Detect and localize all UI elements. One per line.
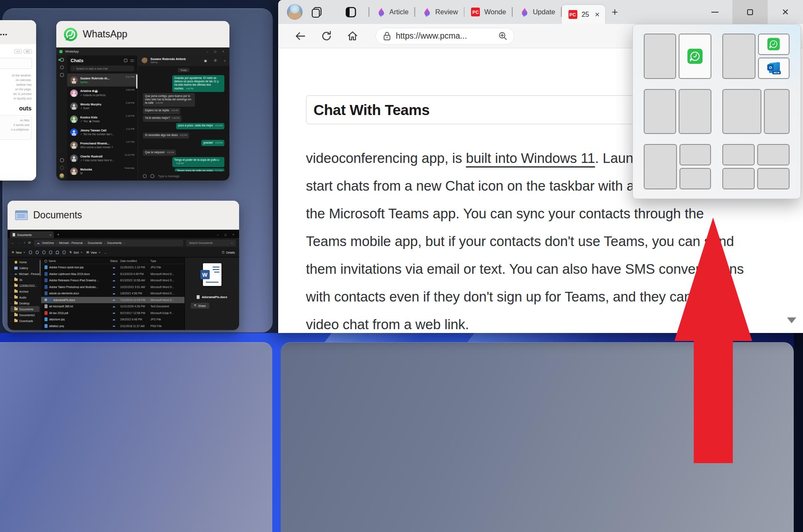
close-tab-icon[interactable]: × <box>50 233 51 236</box>
sidebar-item-documents2[interactable]: ›Documents2 <box>11 312 41 318</box>
snap-layout-option-6[interactable] <box>722 144 790 189</box>
breadcrumb-segment[interactable]: Documents <box>107 241 121 244</box>
snap-zone-cell[interactable] <box>722 144 755 165</box>
snap-layout-option-1[interactable] <box>644 34 711 79</box>
chats-icon[interactable] <box>60 58 64 62</box>
scroll-down-indicator[interactable] <box>787 317 796 323</box>
home-icon[interactable] <box>346 30 359 42</box>
new-button[interactable]: ⊕ New ▼ <box>12 251 25 254</box>
taskview-partial-window-card[interactable]: eed t... <>SC ck the weather,ok calendar… <box>0 20 36 181</box>
delete-icon[interactable] <box>63 251 66 254</box>
tab-review[interactable]: Review <box>415 0 464 24</box>
table-row[interactable]: Adobe Lightroom May 2019.docx☁5/13/2019 … <box>41 271 184 278</box>
snap-zone-cell[interactable] <box>758 34 790 55</box>
explorer-tab[interactable]: Documents × <box>10 231 54 238</box>
minimize-button[interactable] <box>697 0 732 24</box>
table-row[interactable]: alipicture.jpg☁2/6/2022 6:48 PMJPG File4… <box>41 316 184 323</box>
snap-zone-cell[interactable] <box>757 144 790 165</box>
filter-icon[interactable] <box>130 60 134 62</box>
voice-call-icon[interactable]: ✆ <box>214 59 217 63</box>
close-tab-icon[interactable]: ✕ <box>595 11 600 18</box>
table-row[interactable]: alitalia1.png☁2/11/2018 11:37 AMPNG File… <box>41 323 184 330</box>
snap-layout-option-4[interactable] <box>722 89 790 134</box>
message-composer[interactable]: Type a message <box>138 171 229 181</box>
sidebar-item-documents[interactable]: ›Documents <box>11 306 39 312</box>
tab-25[interactable]: PC25✕ <box>562 5 605 24</box>
calls-icon[interactable] <box>60 66 64 69</box>
sidebar-item-home[interactable]: Home <box>11 259 41 265</box>
settings-gear-icon[interactable] <box>60 166 64 170</box>
tab-actions-icon[interactable] <box>344 5 358 19</box>
snap-zone-cell[interactable] <box>722 34 756 79</box>
profile-avatar[interactable] <box>59 173 64 178</box>
list-item[interactable]: Jimmy Taiwan Call✓ Tell me the number la… <box>67 126 137 139</box>
breadcrumb[interactable]: ☁OneDrive›Michael - Personal›Documents›D… <box>34 240 183 246</box>
taskview-whatsapp-card[interactable]: WhatsApp WhatsApp – ◻ × <box>56 21 229 181</box>
snap-zone-cell[interactable] <box>644 34 676 79</box>
taskview-documents-card[interactable]: Documents Documents × + – ◻ × ← → ↑ ⟳ ☁O… <box>8 201 239 330</box>
sidebar-item-archive[interactable]: ›Archive <box>11 288 41 294</box>
tab-wonde[interactable]: PCWonde <box>464 0 512 24</box>
sidebar-item-3s[interactable]: ›3s <box>11 277 41 283</box>
chat-search-input[interactable]: ⌕ Search or start a new chat <box>71 66 134 71</box>
snap-zone-cell[interactable] <box>679 89 711 134</box>
table-row[interactable]: Adobe Fresco quick tour.jpg☁11/25/2021 1… <box>41 264 184 271</box>
checkbox-icon[interactable] <box>45 260 47 262</box>
whatsapp-window-thumbnail[interactable]: WhatsApp – ◻ × Chats <box>56 47 229 181</box>
snap-zone-cell[interactable] <box>644 144 677 189</box>
tab-article[interactable]: Article <box>369 0 415 24</box>
up-icon[interactable]: ↑ <box>24 241 25 245</box>
zoom-icon[interactable] <box>498 31 508 41</box>
back-icon[interactable]: ← <box>11 241 14 245</box>
new-chat-icon[interactable] <box>124 59 127 62</box>
back-icon[interactable] <box>294 30 307 42</box>
paste-icon[interactable] <box>42 251 45 254</box>
snap-zone-cell[interactable] <box>722 89 762 134</box>
list-item[interactable]: Charlie Rudesill✓ I may come back here i… <box>67 152 137 165</box>
refresh-icon[interactable] <box>320 30 333 42</box>
list-item[interactable]: Wendy Murphy✓ Sure!2:08 PM <box>67 100 137 113</box>
snap-layout-option-3[interactable] <box>644 89 711 134</box>
snap-zone-cell[interactable] <box>757 168 790 189</box>
more-button[interactable]: ... <box>104 251 107 254</box>
breadcrumb-segment[interactable]: Michael - Personal <box>59 241 82 244</box>
column-header-name[interactable]: Name <box>41 259 108 262</box>
sidebar-item-michael-person-[interactable]: ⌄☁Michael - Person... <box>11 271 41 277</box>
snap-zone-cell[interactable] <box>679 34 711 79</box>
file-explorer-thumbnail[interactable]: Documents × + – ◻ × ← → ↑ ⟳ ☁OneDrive›Mi… <box>8 230 239 330</box>
explorer-window-controls[interactable]: – ◻ × <box>217 233 237 236</box>
snap-zone-cell[interactable]: ONEW <box>758 58 790 79</box>
article-link[interactable]: built into Windows 11 <box>466 150 595 166</box>
snap-zone-cell[interactable] <box>722 168 755 189</box>
rename-icon[interactable] <box>49 251 52 254</box>
emoji-icon[interactable] <box>143 174 147 178</box>
column-header-status[interactable]: Status <box>108 259 120 262</box>
sidebar-item-downloads[interactable]: ›Downloads <box>11 318 41 324</box>
column-header-date-modified[interactable]: Date modified <box>120 259 150 262</box>
tab-update[interactable]: Update <box>513 0 561 24</box>
sort-button[interactable]: ⇅ Sort ▼ <box>69 251 82 254</box>
sidebar-scrollbar[interactable] <box>39 260 41 276</box>
new-tab-icon[interactable]: + <box>57 233 59 237</box>
table-row[interactable]: AdoramaPix.docx☁7/12/2019 12:09 PMMicros… <box>41 297 184 304</box>
table-row[interactable]: ali microsoft 365.txt☁11/21/2020 4:26 PM… <box>41 303 184 310</box>
share-button[interactable]: ⇱ Share <box>191 303 209 309</box>
attach-icon[interactable] <box>150 173 155 179</box>
sidebar-item-gallery[interactable]: Gallery <box>11 265 41 271</box>
refresh-icon[interactable]: ⟳ <box>28 241 31 245</box>
copy-icon[interactable] <box>36 251 39 254</box>
table-row[interactable]: Adobe Releases Fresco iPad Drawing ...☁6… <box>41 277 184 284</box>
maximize-button[interactable] <box>732 0 768 24</box>
view-button[interactable]: ▤ View ▼ <box>86 251 100 254</box>
sidebar-item-audio[interactable]: ›Audio <box>11 294 41 300</box>
table-row[interactable]: Ali tax 2016.pdf☁5/27/2017 12:58 PMMicro… <box>41 310 184 317</box>
close-button[interactable]: ✕ <box>768 0 803 24</box>
workspaces-icon[interactable] <box>310 5 324 19</box>
list-item[interactable]: Ariadna ✿☕✓ todavia no perfecto4:55 PM <box>67 86 137 100</box>
cut-icon[interactable] <box>29 251 32 254</box>
starred-icon[interactable] <box>60 151 64 155</box>
new-tab-button[interactable]: + <box>612 5 618 18</box>
snap-zone-cell[interactable] <box>764 89 790 134</box>
snap-layout-option-5[interactable] <box>644 144 711 189</box>
archive-icon[interactable] <box>60 158 64 162</box>
